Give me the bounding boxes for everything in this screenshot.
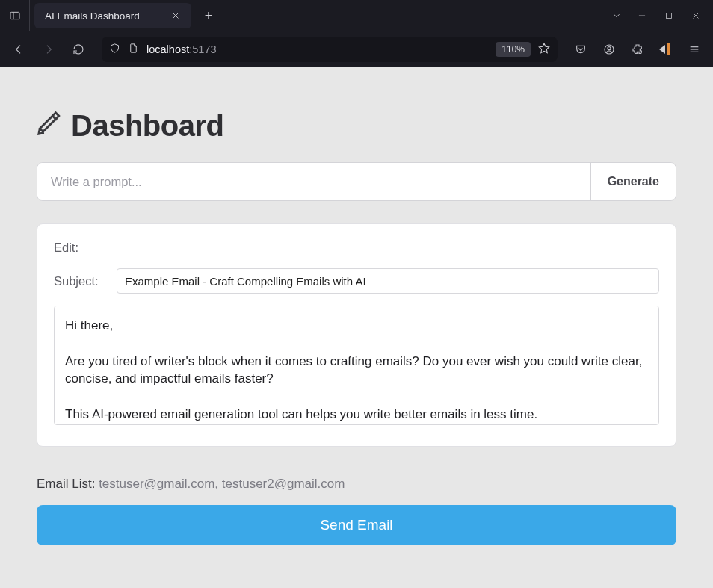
tabs-dropdown-button[interactable]: [604, 4, 629, 27]
pocket-button[interactable]: [568, 37, 593, 62]
svg-rect-5: [667, 13, 672, 19]
svg-point-10: [608, 47, 611, 50]
email-list-row: Email List: testuser@gmail.com, testuser…: [37, 477, 676, 492]
speaker-icon[interactable]: [653, 37, 679, 62]
app-menu-button[interactable]: [682, 37, 707, 62]
window-controls: [629, 4, 713, 27]
generate-button[interactable]: Generate: [590, 163, 676, 200]
page-title: Dashboard: [37, 109, 676, 143]
browser-chrome: AI Emails Dashboard + localhost:5173 110…: [0, 0, 713, 67]
nav-back-button[interactable]: [6, 37, 31, 62]
tab-close-button[interactable]: [169, 9, 182, 22]
url-bar[interactable]: localhost:5173 110%: [102, 37, 558, 62]
browser-tab[interactable]: AI Emails Dashboard: [34, 3, 191, 28]
nav-forward-button[interactable]: [36, 37, 61, 62]
page-icon: [128, 43, 139, 57]
subject-label: Subject:: [54, 274, 106, 288]
nav-reload-button[interactable]: [66, 37, 91, 62]
svg-marker-8: [539, 43, 549, 53]
zoom-badge[interactable]: 110%: [496, 42, 531, 57]
prompt-input[interactable]: [37, 163, 590, 200]
edit-label: Edit:: [54, 241, 659, 255]
email-body-textarea[interactable]: Hi there, Are you tired of writer's bloc…: [54, 306, 659, 425]
subject-input[interactable]: [117, 268, 659, 294]
extensions-button[interactable]: [625, 37, 650, 62]
svg-rect-0: [10, 12, 19, 19]
svg-line-14: [52, 116, 57, 120]
page-viewport: Dashboard Generate Edit: Subject: Hi the…: [0, 67, 713, 588]
page-container: Dashboard Generate Edit: Subject: Hi the…: [28, 67, 685, 575]
url-host: localhost: [146, 43, 189, 55]
window-close-button[interactable]: [683, 4, 709, 27]
subject-row: Subject:: [54, 268, 659, 294]
sidebar-toggle-button[interactable]: [0, 0, 30, 31]
tab-title: AI Emails Dashboard: [45, 10, 140, 22]
url-port: :5173: [189, 43, 216, 55]
titlebar: AI Emails Dashboard +: [0, 0, 713, 31]
page-title-text: Dashboard: [71, 109, 223, 143]
shield-icon: [109, 43, 120, 57]
send-email-button[interactable]: Send Email: [37, 505, 676, 545]
email-list-label: Email List:: [37, 477, 99, 491]
new-tab-button[interactable]: +: [196, 3, 221, 28]
prompt-row: Generate: [37, 162, 676, 201]
edit-card: Edit: Subject: Hi there, Are you tired o…: [37, 223, 676, 447]
pencil-icon: [37, 109, 62, 143]
window-maximize-button[interactable]: [656, 4, 682, 27]
url-text: localhost:5173: [146, 43, 217, 55]
account-button[interactable]: [596, 37, 622, 62]
bookmark-star-button[interactable]: [538, 42, 550, 57]
email-list-value: testuser@gmail.com, testuser2@gmail.com: [99, 477, 345, 491]
browser-toolbar: localhost:5173 110%: [0, 31, 713, 67]
window-minimize-button[interactable]: [629, 4, 655, 27]
